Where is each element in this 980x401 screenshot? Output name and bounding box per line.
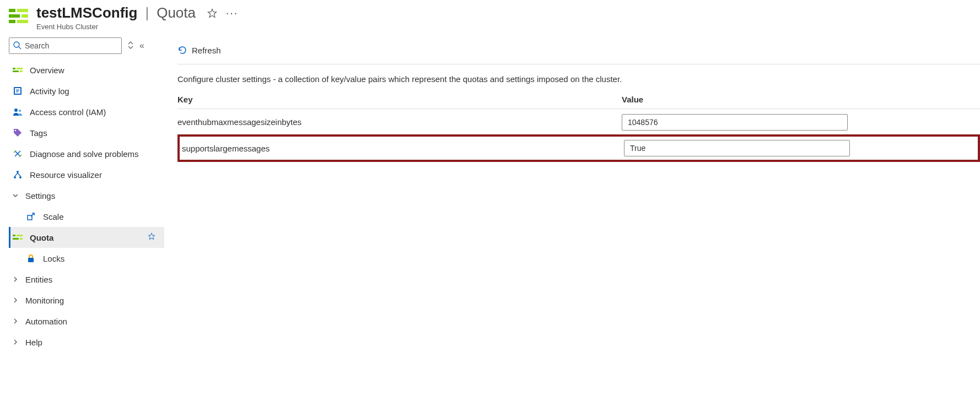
sidebar-item-label: Diagnose and solve problems — [30, 149, 139, 159]
sidebar-item-access-control[interactable]: Access control (IAM) — [9, 101, 164, 122]
svg-marker-29 — [148, 233, 155, 240]
svg-rect-5 — [13, 71, 19, 72]
svg-rect-4 — [17, 68, 23, 69]
sidebar-group-settings[interactable]: Settings — [9, 185, 164, 206]
table-row: supportslargemessages — [180, 137, 978, 160]
sidebar-group-monitoring[interactable]: Monitoring — [9, 290, 164, 311]
svg-rect-27 — [13, 238, 19, 240]
svg-rect-30 — [28, 258, 34, 262]
more-actions-icon[interactable]: ··· — [225, 7, 239, 20]
kv-value-input[interactable] — [624, 140, 850, 156]
sidebar-item-label: Locks — [43, 254, 64, 263]
kv-value-input[interactable] — [622, 114, 848, 131]
locks-icon — [25, 254, 36, 263]
svg-point-13 — [19, 110, 21, 112]
sidebar-item-activity-log[interactable]: Activity log — [9, 80, 164, 101]
sidebar-item-overview[interactable]: Overview — [9, 59, 164, 80]
sidebar-group-help[interactable]: Help — [9, 332, 164, 353]
diagnose-icon — [12, 149, 23, 158]
svg-point-20 — [14, 176, 16, 178]
sidebar-item-quota[interactable]: Quota — [9, 227, 164, 248]
sidebar-item-label: Quota — [30, 233, 53, 242]
kv-key: supportslargemessages — [182, 144, 624, 153]
page-title: Quota — [157, 4, 196, 21]
sidebar-item-label: Scale — [43, 212, 64, 221]
chevron-down-icon — [11, 192, 20, 199]
kv-header: Key Value — [177, 95, 980, 109]
chevron-right-icon — [11, 339, 20, 345]
svg-marker-0 — [208, 9, 217, 17]
svg-line-2 — [19, 47, 21, 49]
kv-key: eventhubmaxmessagesizeinbytes — [177, 117, 622, 127]
page-header: testLMSConfig | Quota ··· Event Hubs Clu… — [0, 0, 980, 37]
title-separator: | — [145, 4, 149, 21]
main-content: Refresh Configure cluster settings - a c… — [165, 37, 980, 400]
overview-icon — [12, 66, 23, 74]
highlighted-row: supportslargemessages — [177, 134, 980, 162]
refresh-label: Refresh — [192, 46, 221, 55]
toolbar: Refresh — [177, 45, 980, 64]
sidebar-group-label: Settings — [25, 191, 55, 201]
sidebar: « Overview Activity log Access control (… — [0, 37, 165, 400]
chevron-right-icon — [11, 297, 20, 304]
svg-rect-26 — [17, 235, 23, 236]
svg-rect-3 — [13, 68, 15, 69]
svg-rect-25 — [13, 235, 15, 236]
sidebar-item-locks[interactable]: Locks — [9, 248, 164, 269]
sidebar-group-entities[interactable]: Entities — [9, 269, 164, 290]
resource-visualizer-icon — [12, 170, 23, 179]
search-icon — [13, 41, 21, 51]
svg-point-12 — [14, 109, 18, 112]
sidebar-item-scale[interactable]: Scale — [9, 206, 164, 227]
sidebar-item-label: Access control (IAM) — [30, 107, 106, 117]
resource-type: Event Hubs Cluster — [36, 23, 239, 31]
refresh-icon — [177, 45, 187, 55]
svg-rect-28 — [20, 238, 23, 240]
svg-point-1 — [14, 42, 19, 47]
refresh-button[interactable]: Refresh — [177, 45, 221, 55]
favorite-star-icon[interactable] — [148, 232, 161, 242]
chevron-right-icon — [11, 276, 20, 283]
activity-log-icon — [12, 86, 23, 95]
sidebar-item-label: Resource visualizer — [30, 170, 102, 180]
svg-point-21 — [19, 176, 21, 178]
svg-point-19 — [17, 171, 19, 173]
sidebar-group-label: Help — [25, 338, 42, 347]
sidebar-item-label: Tags — [30, 128, 47, 138]
scale-icon — [25, 212, 36, 221]
search-input[interactable] — [9, 37, 122, 54]
favorite-star-icon[interactable] — [206, 7, 219, 20]
sidebar-item-tags[interactable]: Tags — [9, 122, 164, 143]
column-header-key: Key — [177, 95, 622, 104]
quota-icon — [12, 234, 23, 241]
sidebar-group-label: Monitoring — [25, 296, 64, 305]
table-row: eventhubmaxmessagesizeinbytes — [177, 109, 980, 136]
sidebar-group-label: Automation — [25, 317, 67, 326]
collapse-sidebar-icon[interactable]: « — [139, 41, 142, 51]
sort-toggle-icon[interactable] — [127, 41, 134, 51]
sidebar-group-automation[interactable]: Automation — [9, 311, 164, 332]
sidebar-item-diagnose[interactable]: Diagnose and solve problems — [9, 143, 164, 164]
resource-icon — [9, 4, 29, 24]
sidebar-item-resource-visualizer[interactable]: Resource visualizer — [9, 164, 164, 185]
svg-point-14 — [15, 130, 17, 132]
resource-name: testLMSConfig — [36, 4, 137, 21]
sidebar-group-label: Entities — [25, 275, 52, 284]
svg-line-22 — [15, 173, 18, 176]
sidebar-item-label: Overview — [30, 66, 64, 75]
sidebar-item-label: Activity log — [30, 86, 69, 96]
column-header-value: Value — [622, 95, 980, 104]
svg-line-23 — [18, 173, 20, 176]
svg-rect-6 — [20, 71, 23, 72]
chevron-right-icon — [11, 318, 20, 324]
tags-icon — [12, 128, 23, 137]
access-control-icon — [12, 107, 23, 116]
description-text: Configure cluster settings - a collectio… — [177, 74, 980, 84]
